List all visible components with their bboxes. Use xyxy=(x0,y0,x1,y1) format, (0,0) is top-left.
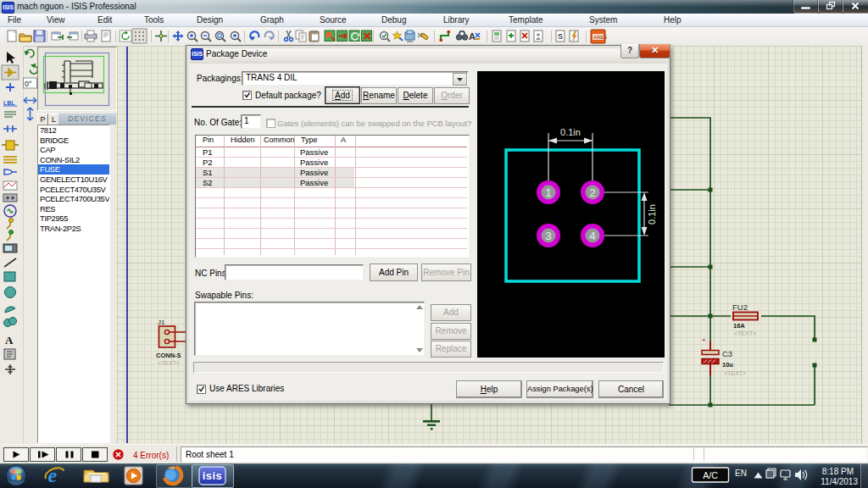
svg-text:1: 1 xyxy=(545,186,552,199)
svg-text:FU2: FU2 xyxy=(732,302,748,312)
svg-text:<TEXT>: <TEXT> xyxy=(724,370,746,376)
svg-text:2: 2 xyxy=(589,186,596,199)
svg-text:10u: 10u xyxy=(722,361,733,369)
svg-text:+: + xyxy=(702,336,706,344)
svg-text:A/C: A/C xyxy=(703,470,718,480)
svg-text:4: 4 xyxy=(589,230,596,242)
svg-text:C3: C3 xyxy=(722,349,732,358)
svg-text:3: 3 xyxy=(545,230,552,242)
svg-text:CONN-S: CONN-S xyxy=(156,352,181,359)
svg-text:<TEXT>: <TEXT> xyxy=(734,330,756,336)
svg-text:<TEXT>: <TEXT> xyxy=(158,360,180,366)
svg-text:J1: J1 xyxy=(158,319,165,326)
svg-text:16A: 16A xyxy=(733,322,745,330)
svg-text:isis: isis xyxy=(203,469,223,482)
svg-text:0.1in: 0.1in xyxy=(647,204,657,225)
svg-text:0.1in: 0.1in xyxy=(560,127,581,137)
